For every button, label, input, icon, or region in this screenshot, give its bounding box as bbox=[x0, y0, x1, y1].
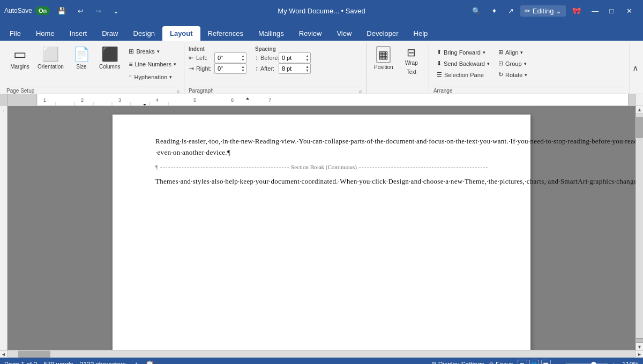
orientation-button[interactable]: ⬜ Orientation bbox=[34, 44, 67, 72]
scroll-thumb[interactable] bbox=[636, 117, 643, 138]
spacing-after-spinbox[interactable]: 8 pt ▲ ▼ bbox=[279, 63, 311, 74]
align-arrow: ▾ bbox=[520, 50, 523, 55]
scroll-up-button[interactable]: ▲ bbox=[636, 106, 643, 113]
group-arrow: ▾ bbox=[524, 61, 527, 66]
save-button[interactable]: 💾 bbox=[53, 5, 70, 17]
ruler: 1 2 3 4 5 6 7 bbox=[0, 94, 643, 106]
wrap-text-sublabel: Text bbox=[407, 69, 416, 75]
h-scroll-left-button[interactable]: ◄ bbox=[0, 351, 8, 358]
tab-references[interactable]: References bbox=[200, 26, 251, 41]
tab-home[interactable]: Home bbox=[28, 26, 62, 41]
char-count: 3123 characters bbox=[80, 361, 126, 364]
tab-mailings[interactable]: Mailings bbox=[251, 26, 291, 41]
tab-review[interactable]: Review bbox=[291, 26, 330, 41]
align-button[interactable]: ⊞ Align ▾ bbox=[495, 47, 530, 57]
align-icon: ⊞ bbox=[498, 49, 503, 56]
line-numbers-label: Line Numbers bbox=[134, 61, 171, 67]
paragraph-expand[interactable]: ⌕ bbox=[359, 88, 362, 94]
align-label: Align bbox=[505, 49, 518, 56]
page-setup-options: ⊞ Breaks ▾ ≡ Line Numbers ▾ ⁻ Hyphenatio… bbox=[125, 44, 180, 82]
zoom-level[interactable]: 110% bbox=[620, 361, 639, 364]
tab-file[interactable]: File bbox=[2, 26, 28, 41]
spinbox-arrows-after[interactable]: ▲ ▼ bbox=[305, 65, 309, 72]
bring-forward-button[interactable]: ⬆ Bring Forward ▾ bbox=[433, 47, 493, 57]
indent-right-value: 0" bbox=[216, 65, 241, 72]
tab-design[interactable]: Design bbox=[126, 26, 162, 41]
horizontal-scrollbar[interactable]: ◄ ► bbox=[0, 350, 643, 358]
display-settings-button[interactable]: 🖥 Display Settings bbox=[430, 361, 484, 364]
doc-page: Reading·is·easier,·too,·in·the·new·Readi… bbox=[113, 115, 530, 350]
line-numbers-button[interactable]: ≡ Line Numbers ▾ bbox=[125, 59, 180, 70]
after-arrow-icon: ↕ bbox=[255, 65, 258, 72]
ruler-right-margin bbox=[628, 94, 635, 105]
group-icon: ⊡ bbox=[498, 60, 503, 67]
maximize-button[interactable]: □ bbox=[605, 5, 618, 17]
ribbon-collapse[interactable]: ∧ bbox=[630, 43, 641, 94]
page-break-indicator bbox=[636, 338, 643, 343]
tab-help[interactable]: Help bbox=[406, 26, 436, 41]
svg-text:1: 1 bbox=[43, 97, 46, 103]
hyphenation-button[interactable]: ⁻ Hyphenation ▾ bbox=[125, 72, 180, 82]
autosave-toggle[interactable]: On bbox=[35, 6, 50, 15]
ribbon-display-button[interactable]: 🎀 bbox=[568, 5, 585, 17]
scroll-down-button[interactable]: ▼ bbox=[636, 343, 643, 350]
search-button[interactable]: 🔍 bbox=[468, 5, 485, 17]
columns-button[interactable]: ⬛ Columns bbox=[96, 44, 123, 72]
tab-view[interactable]: View bbox=[329, 26, 359, 41]
arrange-col2: ⊞ Align ▾ ⊡ Group ▾ ↻ Rotate ▾ bbox=[495, 47, 530, 80]
breaks-label: Breaks bbox=[136, 48, 154, 55]
column-1: Themes·and·styles·also·help·keep·your·do… bbox=[155, 176, 635, 192]
tab-insert[interactable]: Insert bbox=[62, 26, 95, 41]
spinbox-arrows-right[interactable]: ▲ ▼ bbox=[241, 65, 245, 72]
web-layout-icon[interactable]: 🌐 bbox=[529, 360, 539, 364]
position-button[interactable]: ▦ Position bbox=[371, 44, 397, 72]
h-scroll-thumb[interactable] bbox=[18, 351, 50, 358]
rotate-button[interactable]: ↻ Rotate ▾ bbox=[495, 70, 530, 80]
focus-icon: ⊙ bbox=[489, 361, 494, 364]
left-label: Left: bbox=[196, 55, 212, 61]
customize-qat-button[interactable]: ⌄ bbox=[109, 5, 123, 17]
arrange-label: Arrange bbox=[433, 88, 453, 94]
wrap-text-button[interactable]: ⊟ Wrap bbox=[399, 44, 424, 68]
left-margin-indicator[interactable]: › bbox=[0, 106, 8, 350]
spacing-before-spinbox[interactable]: 0 pt ▲ ▼ bbox=[279, 52, 311, 63]
indent-left-spinbox[interactable]: 0" ▲ ▼ bbox=[214, 52, 246, 63]
copilot-button[interactable]: ✦ bbox=[487, 5, 502, 17]
send-backward-button[interactable]: ⬇ Send Backward ▾ bbox=[433, 58, 493, 69]
page-setup-expand[interactable]: ⌕ bbox=[177, 88, 180, 94]
minimize-button[interactable]: — bbox=[587, 5, 603, 17]
tab-developer[interactable]: Developer bbox=[359, 26, 406, 41]
h-scroll-right-button[interactable]: ► bbox=[635, 351, 643, 358]
share-button[interactable]: ↗ bbox=[504, 5, 518, 17]
spinbox-arrows[interactable]: ▲ ▼ bbox=[241, 54, 245, 62]
spinbox-arrows-before[interactable]: ▲ ▼ bbox=[305, 54, 309, 62]
section-break-label: Section Break (Continuous) bbox=[291, 163, 357, 172]
tab-layout[interactable]: Layout bbox=[162, 26, 200, 41]
editing-mode-button[interactable]: ✏ Editing ⌄ bbox=[520, 5, 566, 17]
undo-button[interactable]: ↩ bbox=[73, 5, 88, 17]
group-button[interactable]: ⊡ Group ▾ bbox=[495, 58, 530, 69]
focus-button[interactable]: ⊙ Focus bbox=[489, 361, 513, 364]
svg-text:3: 3 bbox=[118, 97, 121, 103]
indent-right-spinbox[interactable]: 0" ▲ ▼ bbox=[214, 63, 246, 74]
selection-pane-label: Selection Pane bbox=[444, 72, 484, 78]
breaks-button[interactable]: ⊞ Breaks ▾ bbox=[125, 46, 180, 57]
margins-button[interactable]: ▭ Margins bbox=[6, 44, 33, 72]
tab-draw[interactable]: Draw bbox=[94, 26, 125, 41]
view-icons: ▦ 🌐 📖 bbox=[518, 360, 551, 364]
wrap-text-icon: ⊟ bbox=[407, 46, 416, 59]
size-button[interactable]: 📄 Size bbox=[68, 44, 95, 72]
vertical-scrollbar[interactable]: ▲ ▼ bbox=[635, 106, 643, 350]
print-layout-icon[interactable]: ▦ bbox=[518, 360, 527, 364]
redo-button[interactable]: ↪ bbox=[91, 5, 106, 17]
spacing-section: Spacing ↕ Before: 0 pt ▲ ▼ ↕ bbox=[255, 46, 311, 74]
zoom-in-label: + bbox=[612, 361, 616, 364]
close-button[interactable]: ✕ bbox=[620, 5, 639, 17]
selection-pane-button[interactable]: ☰ Selection Pane bbox=[433, 70, 493, 80]
tab-stop2 bbox=[246, 97, 249, 100]
arrange-col1: ⬆ Bring Forward ▾ ⬇ Send Backward ▾ ☰ Se… bbox=[433, 47, 493, 80]
page-setup-content: ▭ Margins ⬜ Orientation 📄 Size ⬛ Columns bbox=[6, 44, 180, 86]
read-mode-icon[interactable]: 📖 bbox=[541, 360, 551, 364]
page-setup-group: ▭ Margins ⬜ Orientation 📄 Size ⬛ Columns bbox=[2, 43, 184, 94]
spacing-before-value: 0 pt bbox=[280, 55, 305, 61]
